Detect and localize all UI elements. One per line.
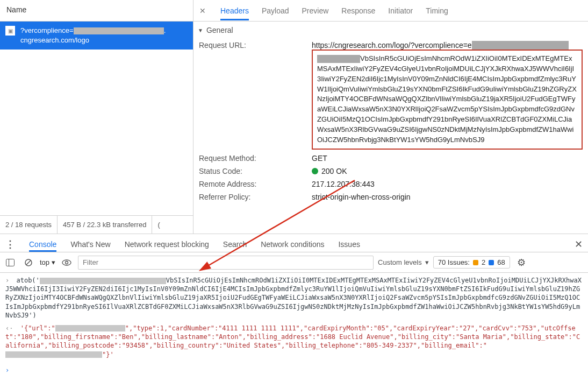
redacted-block [40,278,166,284]
status-code-label: Status Code: [199,167,306,175]
request-row[interactable]: ▣ ?vercomplience=. cngresearch.com/logo [0,22,193,50]
drawer-tab-whats-new[interactable]: What's New [70,237,110,252]
redacted-block [5,351,102,358]
general-label: General [206,26,233,34]
tab-payload[interactable]: Payload [262,1,289,20]
console-prompt[interactable]: › [0,366,588,374]
output-caret-icon: ‹· [5,324,13,332]
clear-console-icon[interactable] [21,256,35,270]
details-tabs: ✕ Headers Payload Preview Response Initi… [193,0,588,22]
drawer-tabs: ⋮ Console What's New Network request blo… [0,234,588,252]
general-section-header[interactable]: ▼ General [193,22,588,39]
live-expression-icon[interactable] [60,256,74,270]
requests-panel: Name ▣ ?vercomplience=. cngresearch.com/… [0,0,193,234]
drawer-tab-nrb[interactable]: Network request blocking [125,237,209,252]
drawer-tab-nc[interactable]: Network conditions [261,237,324,252]
referrer-policy-label: Referrer Policy: [199,193,306,201]
tab-response[interactable]: Response [341,1,375,20]
redacted-block [55,325,125,331]
issues-button[interactable]: 70 Issues: 2 68 [433,256,510,269]
remote-address-value: 217.12.207.38:443 [312,180,583,188]
requests-transfer: 457 B / 22.3 kB transferred [58,216,152,234]
input-caret-icon: › [5,277,9,284]
request-url-value: https://cngresearch.com/logo/?vercomplie… [312,41,583,150]
collapse-icon: ▼ [198,27,203,33]
drawer-tab-issues[interactable]: Issues [338,237,360,252]
console-settings-icon[interactable]: ⚙ [514,256,528,270]
request-name-line2: cngresearch.com/logo [20,36,188,45]
svg-rect-1 [6,259,15,266]
drawer-tab-search[interactable]: Search [223,237,247,252]
tab-preview[interactable]: Preview [302,1,329,20]
requests-count: 2 / 18 requests [0,216,58,234]
requests-footer: 2 / 18 requests 457 B / 22.3 kB transfer… [0,215,193,234]
svg-line-4 [26,260,31,265]
context-selector[interactable]: top▾ [40,258,55,266]
console-toolbar: top▾ Custom levels▾ 70 Issues: 2 68 ⚙ [0,252,588,273]
drawer-close-button[interactable]: ✕ [575,238,583,250]
chevron-down-icon: ▾ [425,258,429,266]
drawer-panel: ⋮ Console What's New Network request blo… [0,234,588,374]
issues-warning-icon [473,260,478,265]
console-filter-input[interactable] [78,256,374,270]
drawer-tab-console[interactable]: Console [29,237,56,252]
request-name-line1: ?vercomplience= [20,26,74,34]
requests-trail: ( [152,216,165,234]
console-result-text: '{"url":"","type":1,"cardNumber":"4111 1… [5,324,580,358]
referrer-policy-value: strict-origin-when-cross-origin [312,193,583,201]
redacted-block [317,55,360,63]
broken-image-icon: ▣ [5,26,15,36]
tab-timing[interactable]: Timing [426,1,448,20]
chevron-down-icon: ▾ [52,258,55,266]
details-panel: ✕ Headers Payload Preview Response Initi… [193,0,588,234]
redacted-block [472,41,569,50]
console-output[interactable]: › atob('VbSIsInR5cGUiOjEsImNhcmROdW1iZXI… [0,273,588,366]
close-details-button[interactable]: ✕ [198,6,207,15]
log-levels-selector[interactable]: Custom levels▾ [378,258,429,266]
request-method-value: GET [312,154,583,163]
tab-headers[interactable]: Headers [220,1,249,20]
svg-point-6 [66,261,68,264]
request-method-label: Request Method: [199,154,306,163]
console-input-text: atob('VbSIsInR5cGUiOjEsImNhcmROdW1iZXIiO… [5,277,582,319]
request-url-highlight-box: VbSIsInR5cGUiOjEsImNhcmROdW1iZXIiOiI0MTE… [312,50,583,150]
request-row-titles: ?vercomplience=. cngresearch.com/logo [20,26,188,45]
status-dot-icon [312,168,318,174]
request-url-label: Request URL: [199,41,306,150]
status-code-value: 200 OK [312,167,583,175]
issues-info-icon [489,260,494,265]
redacted-block [74,27,164,34]
drawer-menu-button[interactable]: ⋮ [5,238,15,250]
sidebar-toggle-icon[interactable] [3,256,17,270]
requests-header: Name [0,0,193,22]
svg-point-5 [62,260,71,265]
remote-address-label: Remote Address: [199,180,306,188]
tab-initiator[interactable]: Initiator [388,1,413,20]
